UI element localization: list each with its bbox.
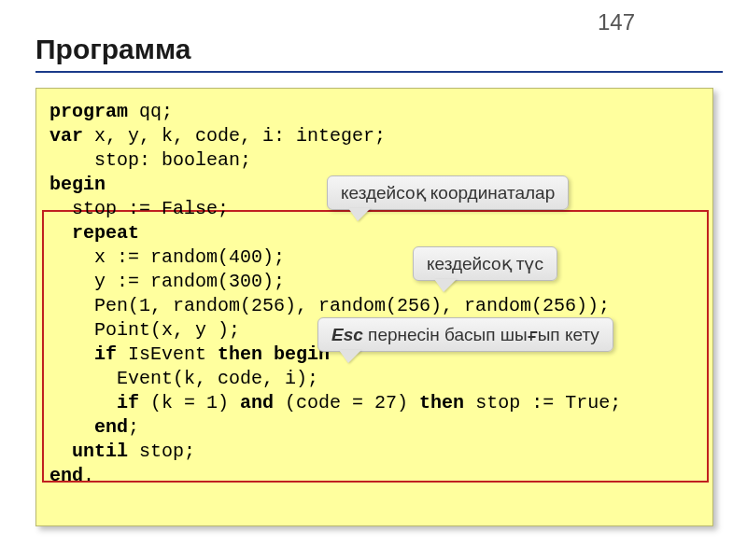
- code-text: Event(k, code, i);: [49, 368, 318, 389]
- callout-esc: Esc пернесін басып шығып кету: [317, 317, 613, 352]
- kw-then-begin: then begin: [218, 343, 330, 365]
- title-underline: [35, 71, 723, 73]
- callout-tail: [434, 279, 457, 292]
- callout-bold: Esc: [331, 325, 363, 344]
- kw-if: if: [94, 343, 117, 365]
- callout-tail: [339, 350, 361, 363]
- code-text: y := random(300);: [49, 271, 285, 292]
- code-text: qq;: [128, 101, 173, 122]
- kw-begin: begin: [49, 174, 106, 195]
- kw-end: end: [49, 465, 83, 486]
- code-text: Point(x, y );: [49, 319, 240, 341]
- code-text: ;: [128, 416, 139, 438]
- code-text: (code = 27): [274, 392, 419, 413]
- callout-coordinates: кездейсоқ координаталар: [327, 175, 569, 210]
- code-text: stop;: [128, 441, 195, 462]
- callout-text: кездейсоқ түс: [427, 254, 543, 273]
- code-text: [49, 343, 94, 365]
- kw-end: end: [94, 416, 128, 438]
- code-text: x := random(400);: [49, 246, 285, 268]
- code-text: (k = 1): [139, 392, 240, 413]
- kw-until: until: [72, 441, 128, 462]
- kw-then: then: [419, 392, 464, 413]
- code-text: x, y, k, code, i: integer;: [83, 125, 386, 147]
- kw-var: var: [49, 125, 83, 147]
- callout-tail: [348, 208, 371, 221]
- kw-program: program: [49, 101, 128, 122]
- callout-text: пернесін басып шығып кету: [363, 325, 599, 344]
- kw-if: if: [117, 392, 139, 413]
- callout-color: кездейсоқ түс: [413, 246, 557, 281]
- code-listing: program qq; var x, y, k, code, i: intege…: [49, 100, 699, 488]
- page-title: Программа: [35, 34, 190, 65]
- code-text: stop := True;: [464, 392, 621, 413]
- code-text: [49, 392, 117, 413]
- code-text: IsEvent: [117, 343, 218, 365]
- page-number: 147: [598, 9, 635, 35]
- code-text: stop := False;: [49, 198, 229, 219]
- code-text: Pen(1, random(256), random(256), random(…: [49, 295, 610, 316]
- kw-and: and: [240, 392, 274, 413]
- code-text: stop: boolean;: [49, 149, 251, 171]
- code-text: [49, 441, 72, 462]
- kw-repeat: repeat: [49, 222, 139, 244]
- callout-text: кездейсоқ координаталар: [341, 183, 555, 203]
- code-text: [49, 416, 94, 438]
- code-panel: program qq; var x, y, k, code, i: intege…: [35, 88, 713, 526]
- code-text: .: [83, 465, 94, 486]
